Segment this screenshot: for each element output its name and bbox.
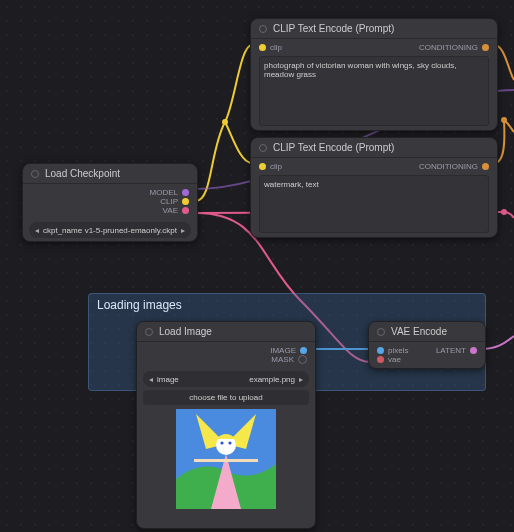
widget-label: ckpt_name [41, 226, 82, 235]
port-label: clip [270, 43, 282, 52]
svg-point-2 [501, 209, 507, 215]
widget-label: image [155, 375, 179, 384]
node-clip-text-encode-positive[interactable]: CLIP Text Encode (Prompt) clip CONDITION… [250, 18, 498, 131]
node-graph-canvas[interactable]: Loading images Load Checkpoint MODEL CLI… [0, 0, 514, 532]
node-clip-text-encode-negative[interactable]: CLIP Text Encode (Prompt) clip CONDITION… [250, 137, 498, 238]
node-title: Load Image [159, 326, 212, 337]
port-dot-pixels[interactable] [377, 347, 384, 354]
collapse-icon[interactable] [31, 170, 39, 178]
port-dot-conditioning[interactable] [482, 44, 489, 51]
port-label: CLIP [160, 197, 178, 206]
svg-point-7 [228, 441, 231, 444]
widget-ckpt-name[interactable]: ◂ ckpt_name v1-5-pruned-emaonly.ckpt ▸ [29, 222, 191, 238]
port-dot-vae-in[interactable] [377, 356, 384, 363]
node-title: CLIP Text Encode (Prompt) [273, 142, 394, 153]
svg-point-1 [501, 117, 507, 123]
node-title: CLIP Text Encode (Prompt) [273, 23, 394, 34]
node-vae-encode[interactable]: VAE Encode pixels LATENT vae [368, 321, 486, 369]
port-dot-clip-in[interactable] [259, 44, 266, 51]
port-label: clip [270, 162, 282, 171]
port-label: MASK [271, 355, 294, 364]
widget-image[interactable]: ◂ image example.png ▸ [143, 371, 309, 387]
node-title: Load Checkpoint [45, 168, 120, 179]
port-label: LATENT [436, 346, 466, 355]
collapse-icon[interactable] [145, 328, 153, 336]
port-label: vae [388, 355, 401, 364]
svg-point-6 [220, 441, 223, 444]
collapse-icon[interactable] [259, 25, 267, 33]
collapse-icon[interactable] [259, 144, 267, 152]
port-label: CONDITIONING [419, 43, 478, 52]
widget-value: example.png [179, 375, 297, 384]
svg-rect-4 [194, 459, 258, 462]
image-preview [176, 409, 276, 509]
port-dot-latent[interactable] [470, 347, 477, 354]
prompt-textarea[interactable]: watermark, text [259, 175, 489, 233]
svg-point-0 [222, 119, 228, 125]
group-title: Loading images [89, 294, 485, 316]
port-dot-model[interactable] [182, 189, 189, 196]
node-title: VAE Encode [391, 326, 447, 337]
port-dot-conditioning[interactable] [482, 163, 489, 170]
port-label: VAE [163, 206, 178, 215]
collapse-icon[interactable] [377, 328, 385, 336]
port-dot-mask[interactable] [298, 355, 307, 364]
chevron-right-icon[interactable]: ▸ [297, 375, 305, 384]
port-dot-image[interactable] [300, 347, 307, 354]
port-dot-clip[interactable] [182, 198, 189, 205]
port-label: MODEL [150, 188, 178, 197]
node-load-image[interactable]: Load Image IMAGE MASK ◂ image example.pn… [136, 321, 316, 529]
port-dot-clip-in[interactable] [259, 163, 266, 170]
prompt-textarea[interactable]: photograph of victorian woman with wings… [259, 56, 489, 126]
chevron-left-icon[interactable]: ◂ [147, 375, 155, 384]
chevron-left-icon[interactable]: ◂ [33, 226, 41, 235]
chevron-right-icon[interactable]: ▸ [179, 226, 187, 235]
port-label: pixels [388, 346, 408, 355]
upload-button[interactable]: choose file to upload [143, 390, 309, 405]
port-label: IMAGE [270, 346, 296, 355]
port-dot-vae[interactable] [182, 207, 189, 214]
node-load-checkpoint[interactable]: Load Checkpoint MODEL CLIP VAE ◂ ckpt_na… [22, 163, 198, 242]
widget-value: v1-5-pruned-emaonly.ckpt [82, 226, 179, 235]
port-label: CONDITIONING [419, 162, 478, 171]
